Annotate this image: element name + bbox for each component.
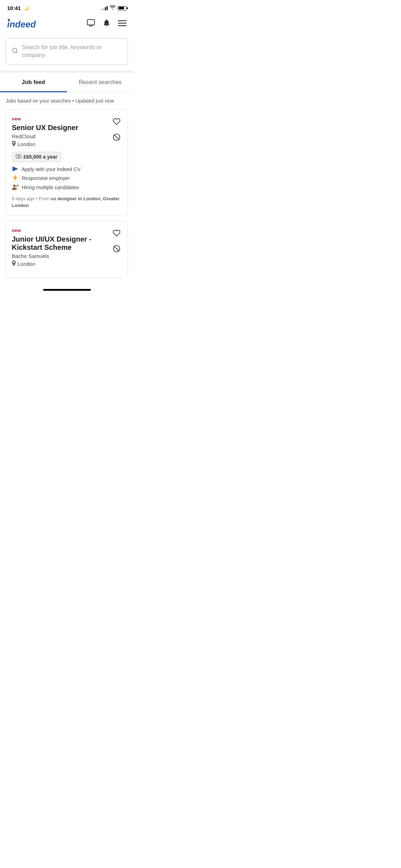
list-item: Responsive employer	[12, 175, 122, 182]
company-name: Bache Samuels	[12, 253, 122, 259]
location-pin-icon	[12, 260, 16, 267]
job-meta: 6 days ago • From ux designer in London,…	[12, 195, 122, 209]
job-cards-list: new Senior UX Designer RedCloud London £…	[0, 107, 134, 286]
new-badge: new	[12, 228, 122, 233]
search-bar[interactable]: Search for job title, keywords or compan…	[6, 38, 128, 65]
svg-point-15	[13, 185, 16, 187]
search-icon	[12, 47, 18, 56]
list-item: Apply with your Indeed CV	[12, 166, 122, 172]
status-icons	[101, 5, 127, 11]
app-header: indeed	[0, 13, 134, 35]
svg-line-8	[16, 52, 17, 53]
save-job-button[interactable]	[110, 115, 123, 128]
apply-cv-icon	[12, 166, 19, 172]
notifications-icon[interactable]	[102, 19, 111, 29]
card-actions	[110, 115, 123, 143]
new-badge: new	[12, 116, 122, 122]
messages-icon[interactable]	[87, 19, 95, 29]
svg-marker-13	[12, 166, 18, 171]
home-indicator	[0, 286, 134, 295]
signal-icon	[101, 6, 108, 10]
salary-icon	[16, 154, 21, 160]
svg-point-16	[16, 185, 18, 187]
wifi-icon	[110, 5, 115, 11]
svg-point-1	[8, 19, 10, 21]
salary-badge: £65,000 a year	[12, 152, 61, 162]
hiring-multiple-icon	[12, 184, 19, 191]
card-actions	[110, 227, 123, 255]
job-location: London	[12, 141, 122, 148]
dismiss-job-button[interactable]	[110, 131, 123, 143]
tab-job-feed[interactable]: Job feed	[0, 73, 67, 92]
status-time: 10:41	[7, 5, 21, 11]
main-tabs: Job feed Recent searches	[0, 73, 134, 92]
svg-text:indeed: indeed	[7, 19, 36, 29]
svg-point-7	[12, 48, 17, 52]
home-bar	[43, 289, 91, 291]
battery-icon	[118, 6, 127, 10]
menu-icon[interactable]	[118, 19, 127, 29]
svg-rect-11	[16, 155, 21, 158]
table-row[interactable]: new Junior UI/UX Designer - Kickstart Sc…	[6, 221, 128, 278]
job-title: Senior UX Designer	[12, 124, 122, 132]
job-title: Junior UI/UX Designer - Kickstart Scheme	[12, 235, 122, 252]
save-job-button[interactable]	[110, 227, 123, 239]
search-input-placeholder: Search for job title, keywords or compan…	[22, 43, 122, 60]
list-item: Hiring multiple candidates	[12, 184, 122, 191]
svg-rect-2	[87, 20, 94, 25]
svg-line-10	[114, 135, 119, 139]
feed-subtitle: Jobs based on your searches • Updated ju…	[0, 92, 134, 107]
table-row[interactable]: new Senior UX Designer RedCloud London £…	[6, 109, 128, 216]
status-bar: 10:41 🌙	[0, 0, 134, 13]
job-features: Apply with your Indeed CV Responsive emp…	[12, 166, 122, 191]
svg-line-20	[114, 246, 119, 251]
location-pin-icon	[12, 141, 16, 148]
moon-icon: 🌙	[24, 5, 29, 11]
dismiss-job-button[interactable]	[110, 243, 123, 255]
header-icons	[87, 19, 127, 29]
company-name: RedCloud	[12, 133, 122, 139]
job-location: London	[12, 260, 122, 267]
tab-recent-searches[interactable]: Recent searches	[67, 73, 134, 92]
responsive-icon	[12, 175, 19, 182]
svg-point-12	[18, 155, 20, 157]
indeed-logo: indeed	[7, 17, 43, 30]
search-container: Search for job title, keywords or compan…	[0, 35, 134, 71]
svg-marker-14	[13, 175, 18, 181]
